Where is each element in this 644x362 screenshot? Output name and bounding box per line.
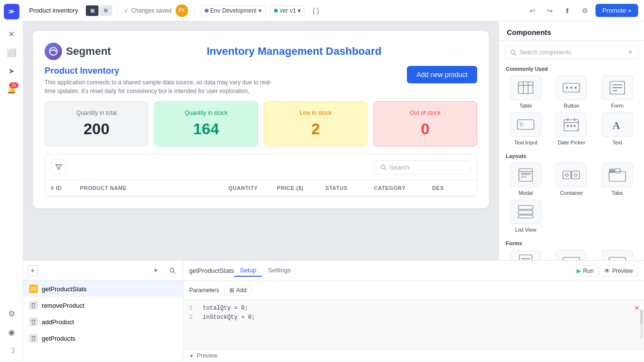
svg-point-1 [381, 165, 385, 169]
stat-value-stock: 164 [162, 120, 250, 138]
stat-card-out: Out of stock 0 [373, 101, 477, 146]
sidebar-item-notification[interactable]: 🔔 26 [4, 81, 19, 97]
component-form[interactable]: Form [596, 76, 638, 109]
user-avatar[interactable]: FY [176, 4, 188, 17]
tab-setup[interactable]: Setup [234, 265, 262, 277]
svg-point-23 [574, 125, 576, 127]
container-component-label: Container [560, 190, 583, 196]
components-search[interactable]: Search components ✕ [505, 46, 638, 59]
component-tabs[interactable]: Tabs [596, 163, 638, 196]
promote-button[interactable]: Promote » [596, 4, 638, 17]
settings-button[interactable]: ⚙ [578, 4, 592, 17]
modal-component-icon [510, 163, 541, 187]
component-text-input[interactable]: T- Text Input [505, 112, 547, 145]
sidebar-item-settings[interactable]: ⚙ [4, 306, 19, 321]
table-search[interactable]: Search [374, 160, 471, 174]
run-button[interactable]: ▶ Run [571, 265, 599, 277]
code-editor[interactable]: 1 totalQty = 0; 2 inStockQty = 0; ✕ [183, 300, 644, 349]
svg-point-22 [570, 125, 572, 127]
filter-button[interactable] [51, 159, 66, 175]
component-button[interactable]: Button [550, 76, 592, 109]
add-product-button[interactable]: Add new product [407, 66, 477, 83]
layouts-grid: Modal Container Tabs [499, 163, 644, 238]
list-view-btn[interactable]: ⊞ [99, 5, 112, 16]
search-queries-button[interactable] [165, 264, 179, 277]
stat-card-stock: Quantity in stock 164 [154, 101, 258, 146]
code-line-1: 1 totalQty = 0; [189, 304, 638, 313]
sidebar-item-moon[interactable]: ☽ [4, 343, 19, 358]
list-view-component-label: List View [515, 227, 536, 233]
component-text[interactable]: A Text [596, 112, 638, 145]
table-header: # ID PRODUCT NAME QUANTITY PRICE ($) STA… [45, 180, 477, 196]
component-form2[interactable]: Form [505, 250, 547, 260]
forms-label: Forms [499, 238, 644, 250]
environment-selector[interactable]: Env Development ▾ [200, 5, 266, 16]
params-section: Parameters ⊞ Add [183, 281, 644, 300]
undo-button[interactable]: ↩ [526, 4, 539, 17]
env-label: Development [222, 7, 257, 14]
segment-logo: Segment [45, 43, 111, 60]
canvas-area: Segment Inventory Management Dashboard P… [23, 21, 644, 260]
sidebar-item-arrow[interactable]: ➤ [4, 63, 19, 79]
add-query-button[interactable]: + [27, 265, 38, 276]
svg-point-21 [567, 125, 569, 127]
svg-point-32 [574, 173, 577, 176]
grid-view-btn[interactable]: ▦ [86, 5, 98, 16]
button-component-label: Button [564, 103, 580, 109]
component-text-input2[interactable]: T- Text Input [550, 250, 592, 260]
stat-label-stock: Quantity in stock [162, 110, 250, 116]
code-line-2: 2 inStockQty = 0; [189, 313, 638, 322]
env-dot [205, 9, 209, 13]
share-button[interactable]: ⬆ [561, 4, 574, 17]
date-picker-component-icon [556, 112, 587, 137]
component-container[interactable]: Container [550, 163, 592, 196]
query-editor-panel: getProductStats Setup Settings ▶ Run 👁 P… [183, 261, 644, 362]
table-component-label: Table [519, 103, 532, 109]
component-date-picker[interactable]: Date Picker [550, 112, 592, 145]
col-id: # ID [51, 185, 80, 191]
svg-rect-3 [518, 82, 533, 94]
topbar-actions: ↩ ↪ ⬆ ⚙ Promote » [526, 4, 638, 17]
svg-text:A: A [612, 119, 620, 131]
add-icon: ⊞ [229, 287, 234, 294]
divider-2 [194, 6, 194, 16]
query-item-addProduct[interactable]: addProduct [23, 314, 183, 330]
stat-value-out: 0 [382, 120, 469, 138]
svg-rect-30 [572, 171, 580, 179]
query-tab-group: Setup Settings [234, 265, 297, 277]
code-icon-btn[interactable]: { } [309, 4, 322, 17]
query-item-getProducts[interactable]: getProducts [23, 330, 183, 346]
sidebar-item-face[interactable]: ◉ [4, 324, 19, 340]
page-title: Product inventory [29, 7, 78, 14]
component-modal[interactable]: Modal [505, 163, 547, 196]
container-component-icon [556, 163, 587, 187]
stat-card-total: Quantity in total 200 [45, 101, 148, 146]
stat-card-low: Low in stock 2 [264, 101, 368, 146]
filter-queries-button[interactable]: ▼ [149, 264, 162, 277]
scroll-track[interactable] [640, 310, 643, 339]
component-number-input[interactable]: 1_ Number Input [596, 250, 638, 260]
form-component-icon [602, 76, 633, 100]
query-item-removeProduct[interactable]: removeProduct [23, 297, 183, 314]
modal-component-label: Modal [518, 190, 533, 196]
button-component-icon [556, 76, 587, 100]
component-list-view[interactable]: List View [505, 200, 547, 233]
logo-icon[interactable]: ≫ [4, 4, 19, 19]
search-clear-icon[interactable]: ✕ [628, 49, 633, 56]
close-code-icon[interactable]: ✕ [634, 303, 639, 313]
query-item-getProductStats[interactable]: JS getProductStats [23, 281, 183, 297]
query-editor-name: getProductStats [189, 267, 234, 274]
sidebar-item-chat[interactable]: ⬜ [4, 45, 19, 60]
version-selector[interactable]: ver v1 ▾ [270, 5, 305, 16]
preview-button[interactable]: 👁 Preview [599, 265, 638, 277]
forms-grid: Form T- Text Input 1_ Number I [499, 250, 644, 260]
stat-value-total: 200 [53, 120, 140, 138]
svg-point-2 [511, 50, 515, 54]
tabs-component-label: Tabs [612, 190, 623, 196]
redo-button[interactable]: ↪ [543, 4, 557, 17]
pi-title-group: Product Inventory This application conne… [45, 66, 277, 95]
sidebar-item-cross[interactable]: ✕ [4, 26, 19, 42]
component-table[interactable]: Table [505, 76, 547, 109]
add-param-button[interactable]: ⊞ Add [224, 285, 252, 296]
tab-settings[interactable]: Settings [262, 265, 296, 277]
